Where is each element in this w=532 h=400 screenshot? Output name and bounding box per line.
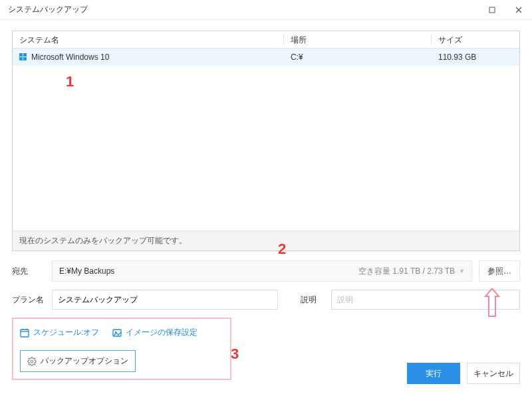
schedule-link-text: スケジュール:オフ (33, 327, 99, 338)
backup-options-text: バックアップオプション (41, 355, 128, 367)
svg-rect-7 (21, 330, 29, 337)
options-group: スケジュール:オフ イメージの保存設定 バックアップオプション (12, 318, 231, 380)
plan-row: プラン名 説明 (12, 290, 520, 310)
schedule-link[interactable]: スケジュール:オフ (20, 327, 99, 338)
destination-selector[interactable]: E:¥My Backups 空き容量 1.91 TB / 2.73 TB ▼ (52, 260, 472, 282)
chevron-down-icon: ▼ (459, 268, 465, 274)
svg-point-13 (31, 360, 33, 363)
browse-button[interactable]: 参照… (479, 260, 520, 282)
windows-icon (19, 53, 27, 61)
window-title: システムバックアップ (8, 4, 479, 15)
backup-options-button[interactable]: バックアップオプション (20, 350, 136, 372)
cancel-button[interactable]: キャンセル (467, 363, 520, 384)
svg-rect-0 (489, 7, 495, 13)
plan-name-input[interactable] (52, 290, 278, 310)
close-button[interactable] (505, 0, 532, 19)
table-body: Microsoft Windows 10 C:¥ 110.93 GB (13, 49, 519, 231)
destination-label: 宛先 (12, 266, 45, 277)
table-footer-note: 現在のシステムのみをバックアップ可能です。 (13, 231, 519, 250)
header-system-name[interactable]: システム名 (13, 31, 284, 48)
gear-icon (27, 357, 37, 366)
cell-system-name: Microsoft Windows 10 (13, 52, 284, 62)
system-table: システム名 場所 サイズ Microsoft Windows 10 (12, 31, 520, 251)
destination-row: 宛先 E:¥My Backups 空き容量 1.91 TB / 2.73 TB … (12, 260, 520, 282)
cell-location: C:¥ (284, 52, 432, 62)
window-controls (479, 0, 532, 19)
description-label: 説明 (301, 294, 325, 306)
destination-path: E:¥My Backups (59, 266, 114, 276)
cell-size: 110.93 GB (432, 52, 519, 62)
svg-rect-6 (23, 57, 27, 60)
content-area: システム名 場所 サイズ Microsoft Windows 10 (0, 20, 532, 387)
maximize-button[interactable] (479, 0, 505, 19)
free-space-text: 空き容量 1.91 TB / 2.73 TB ▼ (358, 266, 465, 277)
action-buttons: 実行 キャンセル (407, 363, 520, 384)
svg-rect-3 (19, 53, 23, 56)
titlebar: システムバックアップ (0, 0, 532, 20)
image-icon (112, 328, 122, 338)
cell-system-name-text: Microsoft Windows 10 (31, 52, 109, 62)
options-links: スケジュール:オフ イメージの保存設定 (20, 327, 223, 338)
table-header: システム名 場所 サイズ (13, 31, 519, 49)
image-retain-link[interactable]: イメージの保存設定 (112, 327, 198, 338)
svg-rect-4 (23, 53, 27, 56)
header-location[interactable]: 場所 (284, 31, 432, 48)
header-size[interactable]: サイズ (432, 31, 519, 48)
table-row[interactable]: Microsoft Windows 10 C:¥ 110.93 GB (13, 49, 519, 66)
description-input[interactable] (331, 290, 520, 310)
run-button[interactable]: 実行 (407, 363, 460, 384)
calendar-icon (20, 328, 29, 338)
free-space-value: 空き容量 1.91 TB / 2.73 TB (358, 266, 455, 277)
image-retain-link-text: イメージの保存設定 (126, 327, 198, 338)
plan-label: プラン名 (12, 294, 45, 306)
svg-rect-5 (19, 57, 23, 60)
